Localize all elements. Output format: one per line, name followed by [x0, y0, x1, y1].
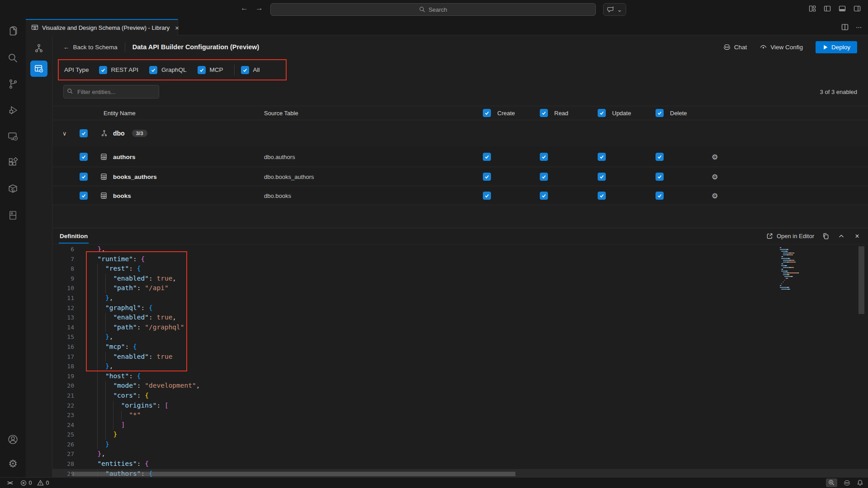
create-checkbox[interactable] — [483, 153, 491, 161]
copilot-status-icon[interactable] — [843, 479, 851, 487]
update-checkbox[interactable] — [598, 173, 606, 181]
warning-count: 0 — [46, 480, 49, 486]
problems-indicator[interactable]: 0 0 — [20, 479, 49, 486]
tab-visualize-design-schema[interactable]: Visualize and Design Schema (Preview) - … — [26, 19, 178, 35]
code-line: 7 "runtime": { — [52, 254, 868, 264]
rest-api-checkbox[interactable] — [99, 66, 107, 74]
update-checkbox[interactable] — [598, 192, 606, 200]
container-icon[interactable] — [6, 182, 20, 196]
group-row-dbo[interactable]: ∨ dbo3/3 — [52, 120, 868, 146]
run-debug-icon[interactable] — [6, 103, 20, 117]
remote-explorer-icon[interactable] — [6, 129, 20, 144]
accounts-icon[interactable] — [6, 432, 20, 446]
split-editor-icon[interactable] — [841, 23, 849, 31]
row-settings-gear-icon[interactable]: ⚙ — [712, 152, 718, 161]
zoom-indicator[interactable] — [826, 479, 837, 487]
row-settings-gear-icon[interactable]: ⚙ — [712, 191, 718, 200]
code-line: 10 "path": "/api" — [52, 283, 868, 293]
create-checkbox[interactable] — [483, 192, 491, 200]
api-option-mcp[interactable]: MCP — [198, 66, 223, 74]
code-line: 14 "path": "/graphql" — [52, 323, 868, 333]
close-panel-icon[interactable]: × — [853, 232, 862, 241]
chat-button[interactable]: Chat — [723, 43, 747, 51]
open-in-editor-label: Open in Editor — [777, 233, 814, 239]
entities-table: Entity Name Source Table Create Read Upd… — [52, 106, 868, 205]
api-option-graphql[interactable]: GraphQL — [149, 66, 187, 74]
back-arrow-icon: ← — [63, 44, 70, 51]
delete-checkbox[interactable] — [656, 192, 664, 200]
read-checkbox[interactable] — [540, 192, 548, 200]
api-option-rest[interactable]: REST API — [99, 66, 139, 74]
read-checkbox[interactable] — [540, 173, 548, 181]
row-checkbox[interactable] — [80, 153, 88, 161]
row-checkbox[interactable] — [80, 192, 88, 200]
open-in-editor-button[interactable]: Open in Editor — [766, 233, 814, 239]
mcp-checkbox[interactable] — [198, 66, 206, 74]
graphql-checkbox[interactable] — [149, 66, 157, 74]
toggle-secondary-sidebar-icon[interactable] — [854, 5, 861, 12]
api-options-separator — [234, 65, 235, 75]
toggle-panel-icon[interactable] — [839, 5, 846, 12]
notifications-bell-icon[interactable] — [857, 479, 863, 486]
tab-close-icon[interactable]: × — [175, 23, 179, 32]
tab-definition[interactable]: Definition — [59, 229, 89, 244]
warning-icon — [37, 479, 44, 486]
storage-icon[interactable] — [6, 208, 20, 222]
code-line: 28 "entities": { — [52, 459, 868, 469]
minimap[interactable] — [778, 247, 819, 291]
collapse-panel-icon[interactable] — [837, 232, 846, 241]
entity-row-authors[interactable]: authors dbo.authors ⚙ — [52, 146, 868, 167]
settings-gear-icon[interactable]: ⚙ — [6, 456, 20, 471]
copy-icon[interactable] — [821, 232, 830, 241]
rest-api-label: REST API — [111, 66, 139, 73]
copilot-chat-toggle[interactable]: ⌄ — [603, 3, 626, 16]
extensions-icon[interactable] — [6, 155, 20, 170]
filter-search-icon — [67, 88, 73, 94]
error-icon — [20, 480, 27, 486]
create-checkbox[interactable] — [483, 173, 491, 181]
read-all-checkbox[interactable] — [540, 109, 548, 117]
command-center-search[interactable]: Search — [270, 3, 596, 16]
create-all-checkbox[interactable] — [483, 109, 491, 117]
toggle-sidebar-icon[interactable] — [824, 5, 831, 12]
delete-checkbox[interactable] — [656, 153, 664, 161]
dbo-group-checkbox[interactable] — [80, 129, 88, 137]
api-option-all[interactable]: All — [241, 66, 260, 74]
nav-forward-icon[interactable]: → — [255, 4, 263, 13]
nav-back-icon[interactable]: ← — [241, 4, 248, 13]
schema-diagram-icon[interactable] — [32, 42, 46, 55]
entity-row-books-authors[interactable]: books_authors dbo.books_authors ⚙ — [52, 167, 868, 186]
update-checkbox[interactable] — [598, 153, 606, 161]
code-line: 13 "enabled": true, — [52, 313, 868, 323]
customize-layout-icon[interactable] — [809, 5, 816, 12]
deploy-button[interactable]: Deploy — [816, 41, 857, 53]
view-config-button[interactable]: View Config — [760, 43, 803, 51]
row-settings-gear-icon[interactable]: ⚙ — [712, 172, 718, 181]
view-config-label: View Config — [770, 44, 803, 51]
row-checkbox[interactable] — [80, 173, 88, 181]
explorer-icon[interactable] — [6, 24, 20, 39]
search-view-icon[interactable] — [6, 51, 20, 65]
definition-code-editor[interactable]: 6 },7 "runtime": {8 "rest": {9 "enabled"… — [52, 244, 868, 477]
vertical-scrollbar[interactable] — [859, 246, 864, 314]
all-checkbox[interactable] — [241, 66, 249, 74]
source-table: dbo.books — [264, 192, 291, 199]
filter-entities-input[interactable] — [63, 85, 159, 99]
remote-indicator[interactable]: >< — [5, 480, 12, 486]
chat-label: Chat — [734, 44, 747, 51]
column-entity-name: Entity Name — [104, 110, 136, 117]
update-all-checkbox[interactable] — [598, 109, 606, 117]
delete-all-checkbox[interactable] — [656, 109, 664, 117]
source-control-icon[interactable] — [6, 77, 20, 91]
horizontal-scrollbar[interactable] — [72, 472, 515, 476]
read-checkbox[interactable] — [540, 153, 548, 161]
schema-designer-webview: ← Back to Schema Data API Builder Config… — [26, 35, 868, 477]
more-actions-icon[interactable]: ⋯ — [856, 24, 862, 31]
code-line: 23 "*" — [52, 410, 868, 420]
entity-row-books[interactable]: books dbo.books ⚙ — [52, 186, 868, 205]
group-expand-icon[interactable]: ∨ — [62, 130, 67, 137]
data-api-builder-icon[interactable] — [30, 61, 47, 77]
delete-checkbox[interactable] — [656, 173, 664, 181]
table-icon — [100, 192, 107, 199]
back-to-schema-link[interactable]: ← Back to Schema — [63, 44, 118, 51]
